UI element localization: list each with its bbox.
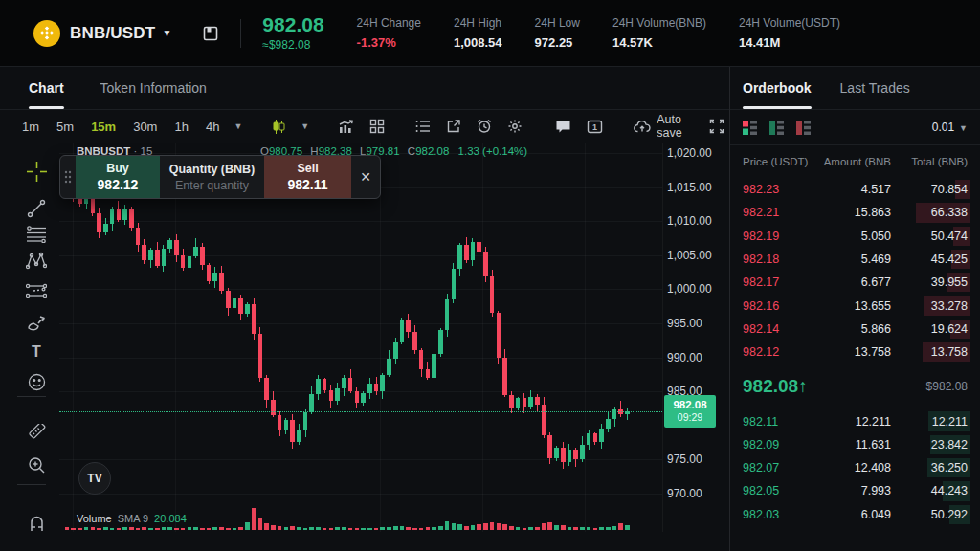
brush-tool-icon[interactable] bbox=[23, 311, 50, 336]
volume-indicator-label[interactable]: VolumeSMA 920.084 bbox=[77, 513, 187, 524]
xabcd-pattern-tool-icon[interactable] bbox=[23, 249, 50, 274]
volume-bar bbox=[573, 527, 578, 530]
candle bbox=[606, 419, 611, 430]
layout-grid-icon[interactable] bbox=[362, 119, 392, 134]
tab-token-information[interactable]: Token Information bbox=[100, 67, 207, 109]
calendar-one-icon[interactable]: 1 bbox=[579, 120, 611, 134]
trendline-tool-icon[interactable] bbox=[23, 196, 50, 221]
quantity-input[interactable]: Quantity (BNB) Enter quantity bbox=[160, 156, 264, 198]
timeframe-30m[interactable]: 30m bbox=[124, 120, 166, 134]
ruler-tool-icon[interactable] bbox=[23, 421, 50, 446]
candle bbox=[542, 405, 546, 435]
timeframe-1h[interactable]: 1h bbox=[166, 120, 196, 134]
volume-bar bbox=[419, 528, 424, 530]
alert-clock-icon[interactable] bbox=[469, 119, 500, 134]
fullscreen-icon[interactable] bbox=[702, 119, 732, 134]
orderbook-ask-row[interactable]: 982.1613.65533.278 bbox=[730, 294, 980, 317]
orderbook-ask-row[interactable]: 982.176.67739.955 bbox=[730, 271, 980, 294]
volume-bar bbox=[309, 527, 314, 530]
timeframe-row: 1m5m15m30m1h4h bbox=[13, 120, 228, 134]
volume-bar bbox=[477, 524, 481, 530]
candle-style-icon[interactable] bbox=[263, 119, 295, 135]
orderbook-ask-row[interactable]: 982.234.51770.854 bbox=[730, 178, 980, 201]
candle bbox=[155, 250, 160, 266]
candle bbox=[117, 209, 122, 219]
chart-tabs: Chart Token Information bbox=[0, 67, 729, 110]
buy-button[interactable]: Buy 982.12 bbox=[76, 156, 160, 198]
indicators-icon[interactable] bbox=[330, 119, 362, 135]
candle bbox=[329, 390, 334, 401]
volume-bar bbox=[471, 525, 476, 530]
volume-bar bbox=[219, 527, 224, 530]
export-icon[interactable] bbox=[438, 119, 469, 134]
volume-bar bbox=[528, 527, 533, 530]
zoom-in-tool-icon[interactable] bbox=[23, 452, 50, 477]
timeframe-4h[interactable]: 4h bbox=[197, 120, 228, 134]
volume-bar bbox=[252, 508, 256, 530]
tab-orderbook[interactable]: Orderbook bbox=[743, 67, 812, 109]
chart-canvas[interactable]: BNBUSDT · 15 O980.75 H982.38 L979.81 C98… bbox=[0, 143, 729, 532]
volume-bar bbox=[516, 527, 521, 530]
precision-select[interactable]: 0.01▼ bbox=[932, 121, 968, 134]
volume-bar bbox=[361, 528, 366, 530]
quantity-placeholder: Enter quantity bbox=[175, 179, 249, 192]
close-icon[interactable]: ✕ bbox=[351, 156, 380, 198]
orderbook-mode-bids-icon[interactable] bbox=[769, 121, 784, 135]
timeframe-1m[interactable]: 1m bbox=[13, 120, 48, 134]
orderbook-ask-row[interactable]: 982.1213.75813.758 bbox=[730, 341, 980, 364]
orderbook-mid-price: 982.08↑ $982.08 bbox=[730, 364, 980, 409]
tab-chart[interactable]: Chart bbox=[29, 67, 64, 109]
volume-bar bbox=[271, 525, 276, 530]
candle-style-more-icon[interactable]: ▼ bbox=[295, 121, 315, 131]
candle bbox=[303, 412, 308, 430]
sell-button[interactable]: Sell 982.11 bbox=[264, 156, 351, 198]
candle bbox=[580, 445, 585, 460]
orderbook-bid-row[interactable]: 982.036.04950.292 bbox=[730, 503, 980, 526]
timeframe-5m[interactable]: 5m bbox=[48, 120, 82, 134]
candle bbox=[233, 298, 237, 308]
long-position-tool-icon[interactable] bbox=[23, 278, 50, 303]
volume-bar bbox=[193, 527, 198, 530]
volume-bar bbox=[554, 525, 559, 530]
orderbook-bid-row[interactable]: 982.0911.63123.842 bbox=[730, 433, 980, 456]
timeframe-more-icon[interactable]: ▼ bbox=[228, 121, 248, 131]
orderbook-mode-asks-icon[interactable] bbox=[796, 121, 811, 135]
orderbook-ask-row[interactable]: 982.2115.86366.338 bbox=[730, 201, 980, 224]
tab-last-trades[interactable]: Last Trades bbox=[840, 67, 910, 109]
drag-handle[interactable] bbox=[60, 156, 76, 198]
bookmark-icon[interactable] bbox=[202, 25, 219, 42]
pair-title[interactable]: BNB/USDT bbox=[70, 24, 155, 43]
orderbook-ask-row[interactable]: 982.195.05050.474 bbox=[730, 225, 980, 248]
candle bbox=[516, 398, 521, 408]
settings-gear-icon[interactable] bbox=[500, 119, 530, 134]
orderbook-ask-row[interactable]: 982.145.86619.624 bbox=[730, 318, 980, 341]
orderbook-bid-row[interactable]: 982.1112.21112.211 bbox=[730, 409, 980, 432]
magnet-tool-icon[interactable] bbox=[23, 511, 50, 532]
auto-save-label[interactable]: Auto save bbox=[657, 113, 681, 140]
watchlist-icon[interactable] bbox=[408, 120, 438, 133]
orderbook-bid-row[interactable]: 982.057.99344.243 bbox=[730, 479, 980, 502]
volume-bar bbox=[117, 528, 122, 530]
timeframe-15m[interactable]: 15m bbox=[82, 120, 124, 134]
buy-price: 982.12 bbox=[98, 177, 139, 192]
tradingview-logo[interactable]: TV bbox=[78, 462, 111, 495]
orderbook-mode-both-icon[interactable] bbox=[743, 121, 757, 135]
volume-bar bbox=[297, 527, 301, 530]
header-stat: 24H High1,008.54 bbox=[454, 16, 502, 50]
chevron-down-icon[interactable]: ▼ bbox=[162, 28, 171, 38]
crosshair-tool-icon[interactable] bbox=[23, 159, 50, 184]
volume-bar bbox=[233, 528, 237, 530]
volume-bar bbox=[612, 526, 617, 530]
orderbook-ask-row[interactable]: 982.185.46945.425 bbox=[730, 248, 980, 271]
chart-section: Chart Token Information 1m5m15m30m1h4h ▼… bbox=[0, 67, 729, 551]
orderbook-bid-row[interactable]: 982.0712.40836.250 bbox=[730, 456, 980, 479]
volume-bar bbox=[599, 527, 604, 530]
emoji-tool-icon[interactable] bbox=[23, 369, 50, 394]
candle bbox=[129, 209, 134, 229]
volume-bar bbox=[290, 526, 295, 530]
fib-retracement-tool-icon[interactable] bbox=[23, 222, 50, 247]
cloud-save-icon[interactable] bbox=[626, 120, 651, 134]
candle bbox=[400, 320, 405, 342]
comment-icon[interactable] bbox=[547, 120, 579, 134]
text-tool-icon[interactable]: T bbox=[23, 340, 50, 364]
